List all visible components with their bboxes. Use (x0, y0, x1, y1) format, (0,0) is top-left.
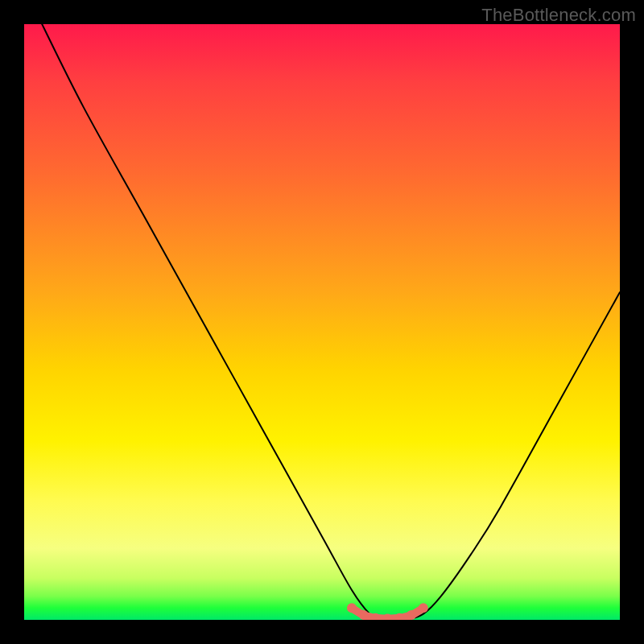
highlight-dot (407, 610, 416, 620)
curve-svg (24, 24, 620, 620)
plot-area (24, 24, 620, 620)
highlight-dot (359, 610, 369, 620)
highlight-dot (419, 603, 428, 613)
chart-frame: TheBottleneck.com (0, 0, 644, 644)
watermark-text: TheBottleneck.com (481, 5, 636, 26)
bottleneck-curve (42, 24, 620, 620)
highlight-dot (347, 603, 357, 613)
